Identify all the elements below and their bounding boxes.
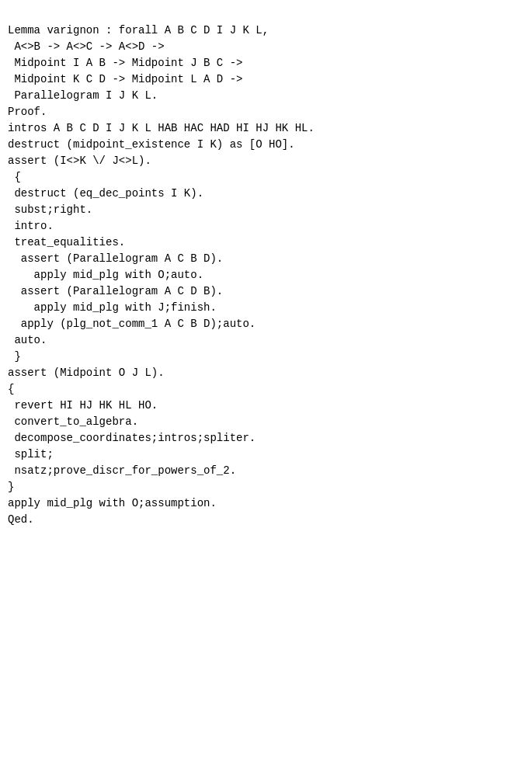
code-display: Lemma varignon : forall A B C D I J K L,… — [8, 6, 524, 528]
code-content: Lemma varignon : forall A B C D I J K L,… — [8, 24, 315, 526]
